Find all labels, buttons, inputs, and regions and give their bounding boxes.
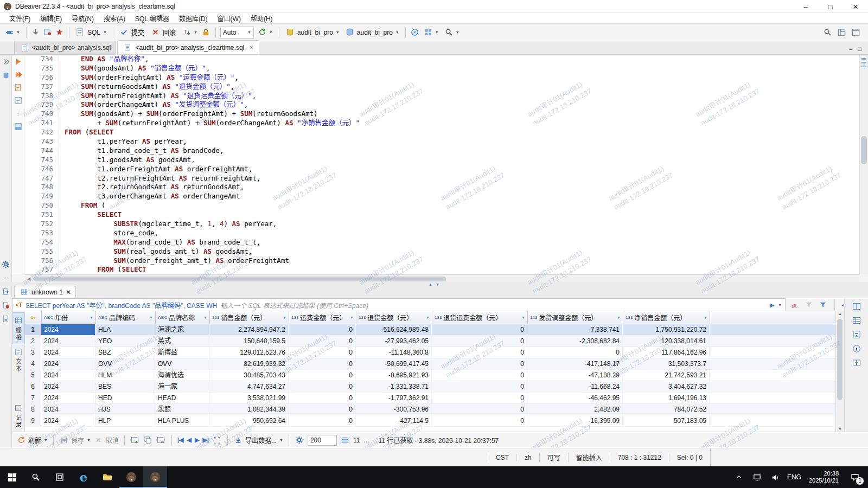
grid-cell[interactable]: 海一家 bbox=[155, 381, 209, 392]
grid-cell[interactable]: -47,188.29 bbox=[527, 370, 623, 381]
tab-close-icon[interactable]: ✕ bbox=[249, 44, 253, 50]
row-number[interactable]: 6 bbox=[25, 381, 41, 392]
grid-cell[interactable]: 950,692.64 bbox=[209, 415, 289, 426]
grid-cell[interactable]: -1,331,338.71 bbox=[356, 381, 432, 392]
grid-cell[interactable]: 129,012,523.76 bbox=[209, 347, 289, 358]
grid-cell[interactable]: BES bbox=[95, 381, 155, 392]
grid-cell[interactable]: 2024 bbox=[41, 393, 95, 403]
rollback-button[interactable]: 回滚 bbox=[149, 27, 178, 38]
grid-cell[interactable]: 0 bbox=[289, 393, 356, 403]
generate-sql-icon[interactable] bbox=[43, 28, 53, 37]
sql-code-editor[interactable]: 734 END AS "品牌名称",735 SUM(goodsAmt) AS "… bbox=[25, 55, 859, 274]
grid-cell[interactable]: HLM bbox=[95, 370, 155, 381]
code-line-text[interactable]: SUM(orderChangeAmt) AS "发货调整金额（元）", bbox=[59, 100, 248, 110]
presentation-tab-grid[interactable]: 栅格 bbox=[12, 312, 25, 344]
column-filter-icon[interactable]: ▼ bbox=[617, 316, 621, 319]
grid-cell[interactable]: 3,404,627.32 bbox=[623, 381, 710, 392]
grid-cell[interactable]: SBZ bbox=[95, 347, 155, 358]
grid-cell[interactable]: -417,148.17 bbox=[527, 358, 623, 369]
remove-filter-icon[interactable] bbox=[804, 300, 814, 310]
row-number[interactable]: 2 bbox=[25, 336, 41, 346]
more-icon[interactable]: ⋯ bbox=[1, 273, 10, 282]
refresh-connection-button[interactable]: ▼ bbox=[256, 27, 275, 38]
grid-cell[interactable]: -8,695,921.93 bbox=[356, 370, 432, 381]
presentation-tab-text[interactable]: 文本 bbox=[12, 344, 24, 375]
code-line-text[interactable]: + SUM(returnFreightAmt) + SUM(orderChang… bbox=[59, 119, 360, 128]
quick-search-icon[interactable] bbox=[822, 28, 832, 37]
action-center-icon[interactable]: 1 bbox=[845, 466, 865, 488]
grid-cell[interactable]: 30,485,703.43 bbox=[209, 370, 289, 381]
grid-cell[interactable]: 2024 bbox=[41, 370, 95, 381]
column-filter-icon[interactable]: ▼ bbox=[704, 316, 707, 319]
erase-filter-icon[interactable] bbox=[790, 300, 800, 310]
code-line-text[interactable]: SUM(order_freight_amt_t) AS orderFreight… bbox=[59, 256, 289, 266]
grid-cell[interactable]: -7,338,741 bbox=[527, 324, 623, 335]
grid-cell[interactable]: 150,640,159.5 bbox=[209, 336, 289, 346]
grid-cell[interactable]: -300,753.96 bbox=[356, 404, 432, 415]
start-button[interactable] bbox=[0, 466, 24, 488]
menu-item[interactable]: 搜索(A) bbox=[99, 14, 130, 23]
fetch-size-input[interactable]: 200 bbox=[308, 435, 337, 446]
task-view-icon[interactable] bbox=[48, 466, 72, 488]
duplicate-row-icon[interactable] bbox=[143, 435, 153, 445]
menu-item[interactable]: 编辑(E) bbox=[35, 14, 67, 23]
grid-cell[interactable]: 0 bbox=[432, 393, 527, 403]
overflow-menu-icon[interactable]: … bbox=[363, 436, 369, 444]
grid-cell[interactable]: 0 bbox=[289, 370, 356, 381]
grid-cell[interactable]: 2024 bbox=[41, 381, 95, 392]
column-header[interactable]: 123发货调整金额（元）▼ bbox=[528, 311, 623, 324]
code-line-text[interactable]: t2.returnGoodsAmt AS returnGoodsAmt, bbox=[59, 183, 244, 192]
grid-cell[interactable]: 0 bbox=[289, 358, 356, 369]
filter-settings-icon[interactable] bbox=[818, 300, 828, 310]
calc-panel-icon[interactable] bbox=[852, 330, 861, 339]
column-header[interactable]: 123退货运费金额（元）▼ bbox=[432, 311, 528, 324]
first-row-button[interactable]: |◀ bbox=[177, 436, 184, 444]
code-line-text[interactable]: t2.returnFreightAmt AS returnFreightAmt, bbox=[59, 174, 260, 183]
grid-cell[interactable]: 0 bbox=[432, 358, 527, 369]
grid-cell[interactable]: 0 bbox=[432, 336, 527, 346]
value-viewer-icon[interactable] bbox=[852, 301, 861, 311]
column-header[interactable]: 123净销售金额（元）▼ bbox=[623, 311, 710, 324]
grid-cell[interactable]: -516,624,985.48 bbox=[356, 324, 432, 335]
menu-item[interactable]: 帮助(H) bbox=[246, 14, 278, 23]
table-row[interactable]: 52024HLM海澜优选30,485,703.430-8,695,921.930… bbox=[25, 370, 835, 381]
gear-icon[interactable] bbox=[1, 260, 10, 269]
commit-button[interactable]: 提交 bbox=[118, 27, 147, 38]
doc-error-icon[interactable] bbox=[1, 300, 10, 310]
results-tab-close-icon[interactable]: ✕ bbox=[66, 288, 71, 296]
grid-cell[interactable]: HLA bbox=[95, 324, 155, 335]
column-filter-icon[interactable]: ▼ bbox=[426, 316, 430, 319]
menu-item[interactable]: SQL 编辑器 bbox=[130, 14, 174, 23]
sql-editor-button[interactable]: SQL ▼ bbox=[74, 27, 108, 38]
grid-cell[interactable]: OVV bbox=[95, 358, 155, 369]
grid-cell[interactable]: 784,072.52 bbox=[623, 404, 710, 415]
explain-plan-icon[interactable] bbox=[14, 96, 23, 105]
grid-cell[interactable]: 0 bbox=[289, 381, 356, 392]
row-number[interactable]: 7 bbox=[25, 393, 41, 403]
export-data-button[interactable]: 导出数据... ▼ bbox=[233, 435, 283, 445]
code-line-text[interactable]: t1.perYear AS perYear, bbox=[59, 137, 187, 146]
lock-icon[interactable] bbox=[201, 28, 211, 37]
code-line-text[interactable]: FROM ( bbox=[59, 201, 105, 210]
commit-mode-select[interactable]: Auto ▼ bbox=[220, 27, 254, 38]
code-line-text[interactable]: t1.orderFreightAmt AS orderFreightAmt, bbox=[59, 165, 252, 174]
scroll-up-icon[interactable]: ▲ bbox=[836, 312, 844, 316]
add-row-icon[interactable] bbox=[130, 435, 140, 445]
maximize-results-icon[interactable]: ▲ bbox=[429, 282, 432, 286]
column-header[interactable]: 123退货金额（元）▼ bbox=[356, 311, 432, 324]
taskbar-clock[interactable]: 20:38 2025/10/21 bbox=[805, 470, 843, 484]
column-header[interactable]: ABC年份▼ bbox=[42, 311, 96, 324]
code-line-text[interactable]: SUM(real_goods_amt_t) AS goodsAmt, bbox=[59, 247, 252, 256]
tab-analysis-sql[interactable]: <audit_bi_pro> analysis.sql bbox=[14, 41, 116, 54]
grid-cell[interactable]: -46,462.95 bbox=[527, 393, 623, 403]
doc-output-icon[interactable] bbox=[1, 314, 10, 323]
grid-cell[interactable]: 0 bbox=[432, 370, 527, 381]
grid-cell[interactable]: OVV bbox=[155, 358, 209, 369]
grid-cell[interactable]: 海澜之家 bbox=[155, 324, 209, 335]
column-header[interactable]: ABC品牌编码▼ bbox=[96, 311, 156, 324]
next-row-button[interactable]: ▶ bbox=[195, 436, 199, 444]
metadata-panel-icon[interactable] bbox=[852, 344, 861, 353]
delete-row-icon[interactable] bbox=[156, 435, 166, 445]
row-number[interactable]: 9 bbox=[25, 415, 41, 426]
compass-icon[interactable] bbox=[410, 28, 420, 37]
